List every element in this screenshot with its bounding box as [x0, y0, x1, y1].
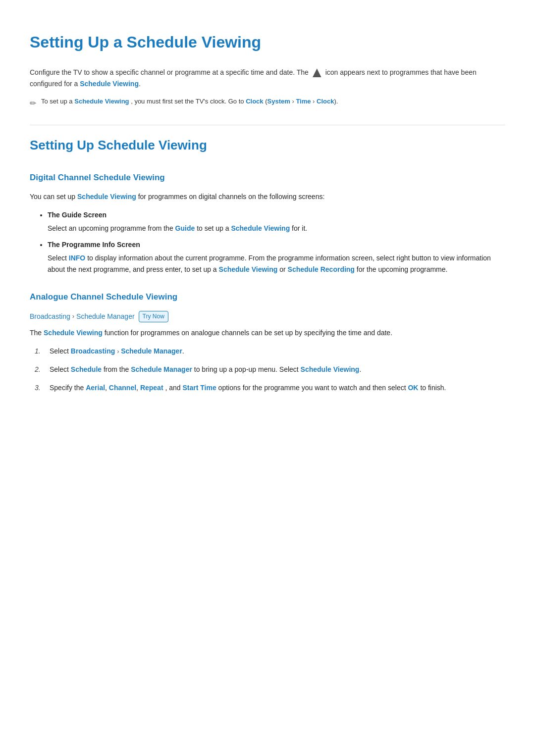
breadcrumb-chevron-icon: ›	[72, 311, 74, 322]
intro-period: .	[139, 80, 141, 88]
step2-text-3: to bring up a pop-up menu. Select	[194, 365, 299, 373]
step3-text-6: to finish.	[420, 384, 446, 392]
bullet2-text-1: Select	[48, 254, 67, 262]
bullet1-text-1: Select an upcoming programme from the	[48, 224, 173, 232]
analogue-body-text: The Schedule Viewing function for progra…	[30, 327, 505, 339]
bullet1-body: Select an upcoming programme from the Gu…	[48, 223, 505, 234]
try-now-badge[interactable]: Try Now	[139, 311, 168, 322]
analogue-text-2: function for programmes on analogue chan…	[105, 329, 392, 337]
chevron-icon-2: ›	[313, 98, 317, 105]
step-3-content: Specify the Aerial, Channel, Repeat , an…	[50, 382, 446, 394]
note-text-1: To set up a	[41, 98, 73, 105]
guide-link[interactable]: Guide	[175, 224, 195, 232]
step-2: Select Schedule from the Schedule Manage…	[35, 364, 505, 375]
step2-text-4: .	[359, 365, 361, 373]
bullet2-title: The Programme Info Screen	[48, 241, 140, 249]
analogue-text-1: The	[30, 329, 42, 337]
step2-viewing-link[interactable]: Viewing	[333, 365, 360, 373]
digital-text-1: You can set up	[30, 193, 75, 201]
step3-aerial-link[interactable]: Aerial	[86, 384, 105, 392]
step1-broadcasting-link[interactable]: Broadcasting	[71, 347, 115, 355]
step3-text-5: options for the programme you want to wa…	[218, 384, 406, 392]
page-title: Setting Up a Schedule Viewing	[30, 30, 505, 55]
step3-channel-link[interactable]: Channel	[109, 384, 136, 392]
note-system-link[interactable]: System	[268, 98, 290, 105]
bullet1-text-2: to set up a	[197, 224, 229, 232]
step2-text-2: from the	[104, 365, 129, 373]
pencil-icon: ✏	[30, 97, 36, 110]
step2-text-1: Select	[50, 365, 69, 373]
note-box: ✏ To set up a Schedule Viewing , you mus…	[30, 97, 505, 110]
step-2-content: Select Schedule from the Schedule Manage…	[50, 364, 361, 375]
analogue-subsection-title: Analogue Channel Schedule Viewing	[30, 290, 505, 303]
digital-text-2: for programmes on digital channels on th…	[138, 193, 325, 201]
bullet-item-guide: The Guide Screen Select an upcoming prog…	[48, 209, 505, 234]
digital-bullet-list: The Guide Screen Select an upcoming prog…	[48, 209, 505, 275]
analogue-steps-list: Select Broadcasting › Schedule Manager. …	[35, 346, 505, 394]
note-text: To set up a Schedule Viewing , you must …	[41, 97, 338, 107]
breadcrumb: Broadcasting › Schedule Manager Try Now	[30, 311, 505, 322]
note-text-2: , you must first set the TV's clock. Go …	[131, 98, 244, 105]
step3-text-1: Specify the	[50, 384, 84, 392]
step2-schedule-link[interactable]: Schedule	[71, 365, 102, 373]
bullet2-text-4: for the upcoming programme.	[357, 265, 448, 273]
analogue-schedule-viewing-link[interactable]: Schedule Viewing	[44, 329, 103, 337]
intro-schedule-viewing-link[interactable]: Schedule Viewing	[80, 80, 139, 88]
info-link[interactable]: INFO	[69, 254, 85, 262]
breadcrumb-broadcasting-link[interactable]: Broadcasting	[30, 311, 70, 322]
step1-schedule-manager-link[interactable]: Schedule Manager	[121, 347, 182, 355]
step3-text-4: , and	[165, 384, 180, 392]
bullet-item-programme-info: The Programme Info Screen Select INFO to…	[48, 239, 505, 275]
note-text-4: ).	[334, 98, 338, 105]
note-clock-link[interactable]: Clock	[246, 98, 263, 105]
note-clock2-link[interactable]: Clock	[317, 98, 334, 105]
note-time-link[interactable]: Time	[296, 98, 311, 105]
bullet1-text-3: for it.	[292, 224, 307, 232]
intro-paragraph: Configure the TV to show a specific chan…	[30, 67, 505, 90]
note-schedule-viewing-link[interactable]: Schedule Viewing	[74, 98, 129, 105]
section-divider	[30, 125, 505, 125]
bullet1-title: The Guide Screen	[48, 211, 107, 219]
step-3: Specify the Aerial, Channel, Repeat , an…	[35, 382, 505, 394]
bullet1-schedule-viewing-link[interactable]: Schedule Viewing	[231, 224, 290, 232]
step3-repeat-link[interactable]: Repeat	[140, 384, 163, 392]
digital-schedule-viewing-link[interactable]: Schedule Viewing	[77, 193, 136, 201]
step2-schedule-manager-link[interactable]: Schedule Manager	[131, 365, 192, 373]
section-title: Setting Up Schedule Viewing	[30, 135, 505, 156]
step2-schedule-link2[interactable]: Schedule	[301, 365, 331, 373]
step1-text-1: Select	[50, 347, 69, 355]
digital-subsection-title: Digital Channel Schedule Viewing	[30, 171, 505, 184]
bullet2-schedule-recording-link[interactable]: Schedule Recording	[288, 265, 355, 273]
step-1: Select Broadcasting › Schedule Manager.	[35, 346, 505, 357]
step3-comma1: ,	[105, 384, 107, 392]
digital-body-text: You can set up Schedule Viewing for prog…	[30, 191, 505, 202]
step1-chevron-icon: ›	[117, 348, 121, 355]
step3-comma2: ,	[136, 384, 138, 392]
triangle-icon	[313, 68, 321, 77]
step3-ok-link[interactable]: OK	[408, 384, 418, 392]
bullet2-schedule-viewing-link[interactable]: Schedule Viewing	[219, 265, 278, 273]
step1-text-2: .	[182, 347, 184, 355]
bullet2-body: Select INFO to display information about…	[48, 252, 505, 275]
breadcrumb-schedule-manager-link[interactable]: Schedule Manager	[76, 311, 135, 322]
step3-start-time-link[interactable]: Start Time	[182, 384, 216, 392]
step-1-content: Select Broadcasting › Schedule Manager.	[50, 346, 184, 357]
bullet2-text-3: or	[279, 265, 285, 273]
intro-text-1: Configure the TV to show a specific chan…	[30, 68, 309, 76]
